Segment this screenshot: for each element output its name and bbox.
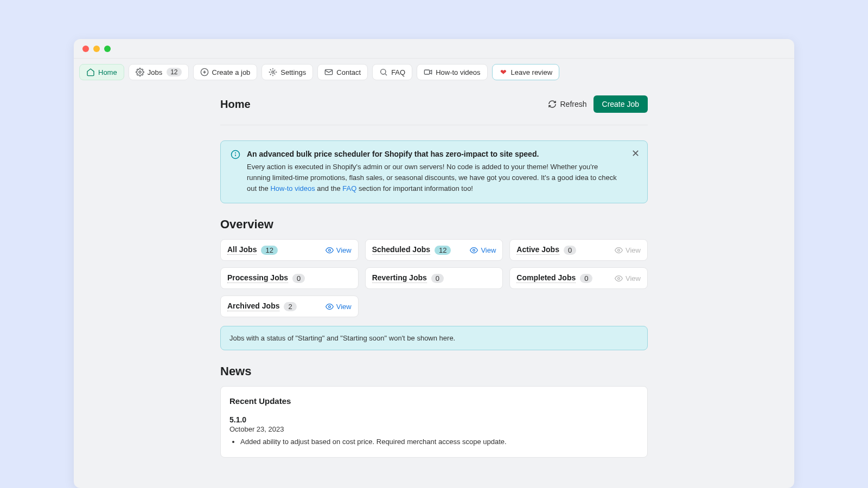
nav-faq[interactable]: FAQ bbox=[372, 64, 412, 80]
svg-point-14 bbox=[618, 249, 620, 252]
banner-link-howto[interactable]: How-to videos bbox=[270, 184, 315, 192]
svg-point-6 bbox=[381, 69, 386, 74]
updates-title: Recent Updates bbox=[229, 396, 639, 406]
svg-point-11 bbox=[235, 153, 236, 153]
banner-link-faq[interactable]: FAQ bbox=[342, 184, 356, 192]
nav-create-job[interactable]: Create a job bbox=[193, 64, 258, 80]
card-count-badge: 0 bbox=[564, 246, 576, 255]
page-title: Home bbox=[220, 98, 251, 111]
app-window: Home Jobs 12 Create a job Settings Conta… bbox=[74, 39, 794, 488]
news-version: 5.1.0 bbox=[229, 415, 639, 424]
info-banner: ✕ An advanced bulk price scheduler for S… bbox=[220, 140, 648, 203]
view-link[interactable]: View bbox=[615, 274, 641, 282]
heart-icon: ❤ bbox=[499, 68, 508, 76]
close-banner-icon[interactable]: ✕ bbox=[631, 149, 640, 158]
nav-howto-label: How-to videos bbox=[436, 68, 480, 76]
nav-jobs-label: Jobs bbox=[148, 68, 162, 76]
info-icon bbox=[231, 150, 240, 159]
note-banner: Jobs with a status of "Starting" and "St… bbox=[220, 326, 648, 350]
navbar: Home Jobs 12 Create a job Settings Conta… bbox=[74, 59, 794, 86]
overview-card: Scheduled Jobs 12 View bbox=[365, 239, 503, 261]
minimize-window-icon[interactable] bbox=[93, 46, 100, 52]
nav-contact[interactable]: Contact bbox=[317, 64, 368, 80]
svg-rect-8 bbox=[424, 70, 429, 74]
nav-contact-label: Contact bbox=[336, 68, 361, 76]
mail-icon bbox=[324, 68, 333, 76]
nav-settings[interactable]: Settings bbox=[261, 64, 313, 80]
card-label: Scheduled Jobs bbox=[372, 245, 430, 255]
nav-review[interactable]: ❤ Leave review bbox=[492, 64, 560, 80]
nav-home-label: Home bbox=[98, 68, 117, 76]
card-label: Active Jobs bbox=[516, 245, 559, 255]
nav-create-label: Create a job bbox=[212, 68, 251, 76]
create-job-button[interactable]: Create Job bbox=[593, 95, 648, 113]
svg-line-7 bbox=[385, 74, 387, 75]
page-header: Home Refresh Create Job bbox=[220, 95, 648, 125]
nav-review-label: Leave review bbox=[511, 68, 553, 76]
refresh-label: Refresh bbox=[560, 100, 586, 108]
nav-howto[interactable]: How-to videos bbox=[417, 64, 487, 80]
home-icon bbox=[86, 68, 95, 76]
card-count-badge: 0 bbox=[431, 274, 444, 283]
refresh-icon bbox=[548, 100, 557, 108]
content-area: Home Refresh Create Job ✕ An advanced bu… bbox=[74, 86, 794, 488]
refresh-button[interactable]: Refresh bbox=[548, 100, 586, 108]
view-link[interactable]: View bbox=[326, 246, 352, 254]
card-count-badge: 12 bbox=[435, 246, 451, 255]
settings-icon bbox=[269, 68, 277, 76]
card-label: All Jobs bbox=[227, 245, 257, 255]
titlebar bbox=[74, 39, 794, 59]
overview-card: Completed Jobs 0 View bbox=[509, 267, 648, 289]
overview-title: Overview bbox=[220, 217, 648, 232]
news-list: Added ability to adjust based on cost pr… bbox=[229, 436, 639, 447]
overview-card: Processing Jobs 0 bbox=[220, 267, 359, 289]
overview-card: Reverting Jobs 0 bbox=[365, 267, 503, 289]
nav-faq-label: FAQ bbox=[391, 68, 405, 76]
overview-card: Active Jobs 0 View bbox=[509, 239, 648, 261]
close-window-icon[interactable] bbox=[82, 46, 89, 52]
banner-title: An advanced bulk price scheduler for Sho… bbox=[247, 150, 623, 158]
card-count-badge: 0 bbox=[580, 274, 592, 283]
card-count-badge: 2 bbox=[284, 302, 296, 311]
overview-grid: All Jobs 12 View Scheduled Jobs 12 View … bbox=[220, 239, 648, 317]
view-link[interactable]: View bbox=[470, 246, 496, 254]
card-label: Completed Jobs bbox=[516, 273, 576, 283]
overview-card: Archived Jobs 2 View bbox=[220, 296, 359, 317]
news-card: Recent Updates 5.1.0 October 23, 2023 Ad… bbox=[220, 386, 648, 458]
nav-settings-label: Settings bbox=[280, 68, 306, 76]
view-link[interactable]: View bbox=[615, 246, 641, 254]
nav-jobs-count: 12 bbox=[167, 68, 181, 76]
card-label: Archived Jobs bbox=[227, 301, 279, 311]
maximize-window-icon[interactable] bbox=[104, 46, 111, 52]
traffic-lights bbox=[82, 46, 111, 52]
card-label: Processing Jobs bbox=[227, 273, 288, 283]
news-title: News bbox=[220, 364, 648, 378]
nav-jobs[interactable]: Jobs 12 bbox=[129, 64, 189, 80]
nav-home[interactable]: Home bbox=[79, 64, 124, 80]
view-link[interactable]: View bbox=[326, 303, 352, 311]
plus-circle-icon bbox=[200, 68, 209, 76]
svg-point-15 bbox=[618, 278, 620, 280]
svg-point-12 bbox=[328, 249, 330, 252]
news-item: Added ability to adjust based on cost pr… bbox=[240, 436, 639, 447]
banner-desc: Every action is executed in Shopify's ad… bbox=[247, 162, 623, 194]
svg-point-0 bbox=[139, 71, 141, 73]
card-count-badge: 12 bbox=[261, 246, 277, 255]
svg-point-4 bbox=[272, 71, 274, 73]
video-icon bbox=[424, 68, 432, 76]
card-label: Reverting Jobs bbox=[372, 273, 427, 283]
svg-point-13 bbox=[473, 249, 475, 252]
svg-point-16 bbox=[328, 306, 330, 308]
news-date: October 23, 2023 bbox=[229, 425, 639, 433]
search-icon bbox=[379, 68, 388, 76]
overview-card: All Jobs 12 View bbox=[220, 239, 359, 261]
card-count-badge: 0 bbox=[292, 274, 305, 283]
page-actions: Refresh Create Job bbox=[548, 95, 648, 113]
gear-icon bbox=[136, 68, 144, 76]
